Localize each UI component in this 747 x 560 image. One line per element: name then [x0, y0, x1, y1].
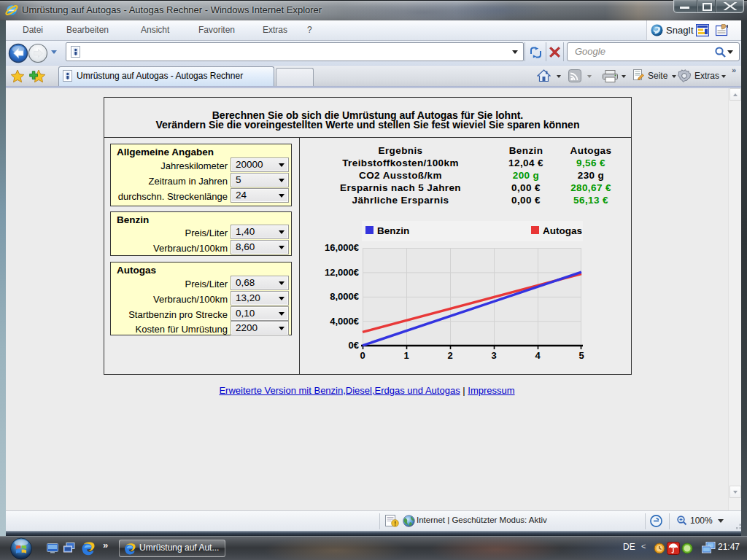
svg-text:16,000€: 16,000€	[325, 242, 359, 253]
svg-text:8,000€: 8,000€	[330, 291, 359, 302]
svg-text:0€: 0€	[349, 340, 359, 351]
svg-text:1: 1	[403, 350, 409, 361]
svg-text:Benzin: Benzin	[377, 225, 409, 236]
svg-text:2: 2	[447, 350, 452, 361]
svg-text:0: 0	[360, 350, 365, 361]
svg-text:5: 5	[578, 350, 584, 361]
svg-text:4,000€: 4,000€	[330, 316, 359, 327]
svg-text:3: 3	[491, 350, 496, 361]
svg-text:Autogas: Autogas	[543, 225, 582, 236]
svg-text:4: 4	[535, 350, 541, 361]
svg-text:12,000€: 12,000€	[325, 267, 359, 278]
